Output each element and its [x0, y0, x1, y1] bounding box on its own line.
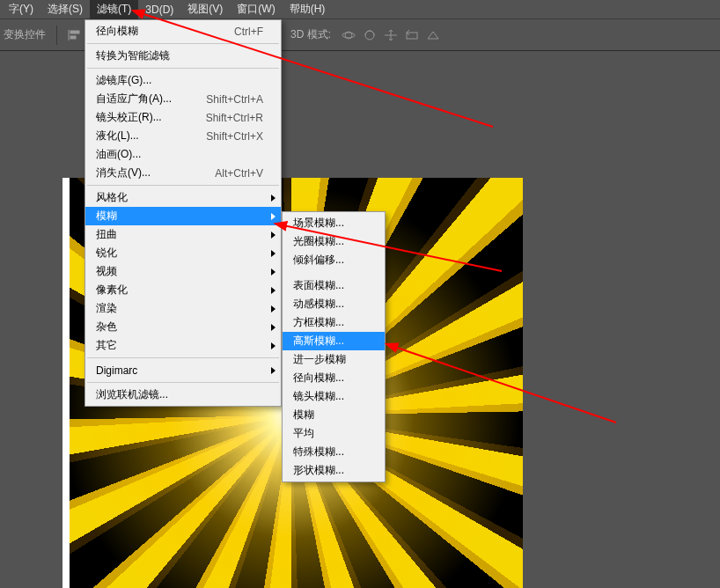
menu-type[interactable]: 字(Y): [2, 0, 40, 19]
submenu-arrow-icon: [271, 367, 276, 374]
blur-motion[interactable]: 动感模糊...: [283, 295, 385, 313]
scale-3d-icon[interactable]: [424, 27, 442, 43]
filter-group-noise[interactable]: 杂色: [85, 318, 281, 336]
filter-last[interactable]: 径向模糊 Ctrl+F: [85, 22, 281, 40]
menu-view[interactable]: 视图(V): [180, 0, 230, 19]
svg-rect-26: [407, 33, 417, 39]
submenu-arrow-icon: [271, 342, 276, 349]
submenu-arrow-icon: [271, 324, 276, 331]
blur-blur[interactable]: 模糊: [283, 406, 385, 424]
blur-submenu: 场景模糊... 光圈模糊... 倾斜偏移... 表面模糊... 动感模糊... …: [282, 211, 386, 482]
menu-separator: [87, 382, 279, 383]
blur-field[interactable]: 场景模糊...: [283, 214, 385, 232]
filter-group-distort[interactable]: 扭曲: [85, 225, 281, 244]
menubar: 字(Y) 选择(S) 滤镜(T) 3D(D) 视图(V) 窗口(W) 帮助(H): [0, 0, 720, 19]
blur-gaussian[interactable]: 高斯模糊...: [283, 332, 385, 350]
svg-point-22: [342, 33, 355, 38]
menu-separator: [87, 185, 279, 186]
filter-oil-paint[interactable]: 油画(O)...: [85, 145, 281, 164]
blur-average[interactable]: 平均: [283, 424, 385, 443]
submenu-arrow-icon: [271, 195, 276, 202]
menu-gap: [283, 269, 385, 276]
blur-more[interactable]: 进一步模糊: [283, 350, 385, 369]
menu-separator: [87, 68, 279, 69]
menu-separator: [87, 43, 279, 44]
filter-group-other[interactable]: 其它: [85, 336, 281, 355]
blur-iris[interactable]: 光圈模糊...: [283, 232, 385, 251]
mode-3d-icon-group: [340, 27, 442, 43]
roll-3d-icon[interactable]: [361, 27, 378, 43]
filter-browse-online[interactable]: 浏览联机滤镜...: [85, 386, 281, 404]
orbit-3d-icon[interactable]: [340, 27, 357, 43]
filter-digimarc[interactable]: Digimarc: [85, 361, 281, 379]
submenu-arrow-icon: [271, 287, 276, 294]
menu-help[interactable]: 帮助(H): [283, 0, 333, 19]
pan-3d-icon[interactable]: [382, 27, 400, 43]
divider: [56, 26, 57, 45]
menu-filter[interactable]: 滤镜(T): [90, 0, 138, 19]
menu-window[interactable]: 窗口(W): [230, 0, 282, 19]
blur-box[interactable]: 方框模糊...: [283, 313, 385, 332]
blur-surface[interactable]: 表面模糊...: [283, 276, 385, 295]
filter-menu: 径向模糊 Ctrl+F 转换为智能滤镜 滤镜库(G)... 自适应广角(A)..…: [84, 19, 282, 407]
filter-adaptive-wide-angle[interactable]: 自适应广角(A)... Shift+Ctrl+A: [85, 90, 281, 108]
filter-group-pixelate[interactable]: 像素化: [85, 281, 281, 299]
filter-group-video[interactable]: 视频: [85, 262, 281, 281]
blur-smart[interactable]: 特殊模糊...: [283, 443, 385, 461]
submenu-arrow-icon: [271, 250, 276, 257]
svg-rect-2: [70, 36, 76, 39]
filter-liquify[interactable]: 液化(L)... Shift+Ctrl+X: [85, 127, 281, 145]
submenu-arrow-icon: [271, 213, 276, 220]
filter-vanishing-point[interactable]: 消失点(V)... Alt+Ctrl+V: [85, 164, 281, 182]
submenu-arrow-icon: [271, 268, 276, 276]
filter-group-sharpen[interactable]: 锐化: [85, 244, 281, 262]
menu-select[interactable]: 选择(S): [40, 0, 90, 19]
filter-group-blur[interactable]: 模糊: [85, 207, 281, 225]
blur-radial[interactable]: 径向模糊...: [283, 369, 385, 387]
filter-convert-smart[interactable]: 转换为智能滤镜: [85, 47, 281, 65]
transform-controls-label: 变换控件: [4, 27, 51, 42]
filter-lens-correction[interactable]: 镜头校正(R)... Shift+Ctrl+R: [85, 108, 281, 127]
blur-shape[interactable]: 形状模糊...: [283, 461, 385, 480]
blur-lens[interactable]: 镜头模糊...: [283, 387, 385, 406]
filter-group-stylize[interactable]: 风格化: [85, 188, 281, 207]
menu-separator: [87, 357, 279, 358]
mode-3d-label: 3D 模式:: [290, 27, 331, 42]
menu-3d[interactable]: 3D(D): [138, 1, 180, 18]
filter-group-render[interactable]: 渲染: [85, 299, 281, 318]
submenu-arrow-icon: [271, 305, 276, 312]
filter-gallery[interactable]: 滤镜库(G)...: [85, 71, 281, 90]
submenu-arrow-icon: [271, 232, 276, 239]
slide-3d-icon[interactable]: [403, 27, 421, 43]
align-left-icon[interactable]: [62, 24, 87, 47]
svg-rect-1: [70, 31, 79, 33]
blur-tilt-shift[interactable]: 倾斜偏移...: [283, 251, 385, 269]
canvas-left-margin: [62, 178, 70, 588]
